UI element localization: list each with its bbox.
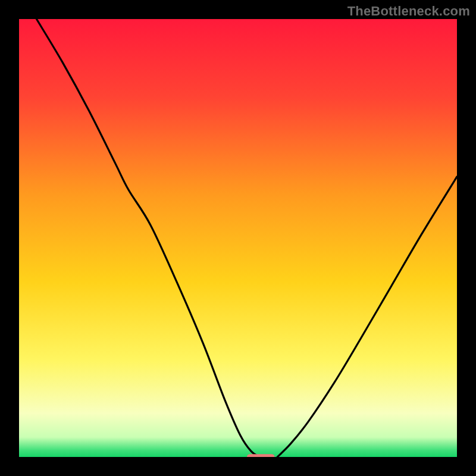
watermark-text: TheBottleneck.com [347, 4, 470, 19]
chart-frame: TheBottleneck.com [0, 0, 476, 476]
gradient-background [19, 19, 457, 457]
optimum-marker [247, 454, 274, 457]
chart-plot-area [19, 19, 457, 457]
bottleneck-chart [19, 19, 457, 457]
